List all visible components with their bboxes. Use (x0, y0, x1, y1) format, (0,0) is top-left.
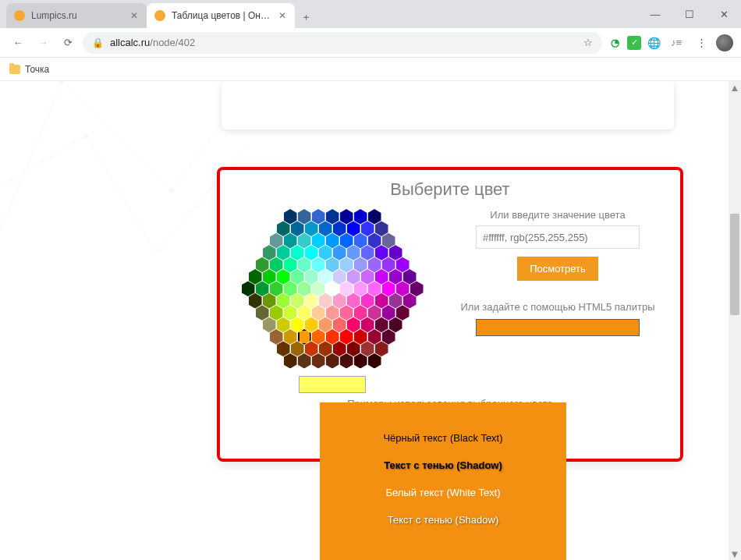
toolbar-right: ◔ ✓ 🌐 ♪≡ ⋮ (607, 33, 733, 53)
text-sample-block: Чёрный текст (Black Text) Текст с тенью … (320, 402, 566, 560)
sample-white-shadow-text: Текст с тенью (Shadow) (320, 506, 566, 533)
star-icon[interactable]: ☆ (583, 37, 593, 48)
scroll-down-arrow-icon[interactable]: ▼ (729, 548, 741, 560)
scrollbar-thumb[interactable] (730, 214, 739, 315)
page-viewport: Выберите цвет Или введите значение цвета… (0, 81, 741, 560)
hex-color-cell[interactable] (368, 353, 381, 369)
page-content: Выберите цвет Или введите значение цвета… (0, 81, 729, 560)
hex-color-cell[interactable] (340, 353, 353, 369)
hex-color-cell[interactable] (354, 353, 367, 369)
browser-toolbar: ← → ⟳ 🔒 allcalc.ru/node/402 ☆ ◔ ✓ 🌐 ♪≡ ⋮ (0, 28, 741, 58)
favicon-icon (14, 10, 25, 21)
hexagon-color-picker[interactable] (239, 209, 426, 365)
sample-white-text: Белый текст (White Text) (320, 479, 566, 506)
html5-label: Или задайте с помощью HTML5 палитры (446, 301, 669, 313)
back-button[interactable]: ← (8, 33, 28, 53)
hex-color-cell[interactable] (312, 353, 325, 369)
close-icon[interactable]: ✕ (129, 11, 139, 20)
tab-strip: Lumpics.ru ✕ Таблица цветов | Онлайн кал… (0, 0, 741, 28)
address-bar[interactable]: 🔒 allcalc.ru/node/402 ☆ (83, 32, 602, 54)
html5-color-input[interactable] (476, 319, 640, 336)
maximize-button[interactable]: ☐ (672, 0, 707, 28)
menu-icon[interactable]: ⋮ (691, 33, 711, 53)
avatar[interactable] (716, 34, 733, 51)
favicon-icon (154, 10, 165, 21)
url-path: /node/402 (150, 37, 195, 48)
reload-button[interactable]: ⟳ (58, 33, 78, 53)
tab-title: Lumpics.ru (31, 10, 123, 21)
scroll-up-arrow-icon[interactable]: ▲ (729, 81, 741, 94)
close-icon[interactable]: ✕ (278, 11, 287, 20)
music-icon[interactable]: ♪≡ (666, 33, 686, 53)
sample-black-text: Чёрный текст (Black Text) (320, 424, 566, 452)
color-value-input[interactable] (476, 225, 640, 249)
browser-tab[interactable]: Lumpics.ru ✕ (6, 3, 147, 28)
bookmarks-bar: Точка (0, 58, 741, 81)
vertical-scrollbar[interactable]: ▲ ▼ (729, 81, 741, 560)
extension-ablock-icon[interactable]: ◔ (607, 35, 622, 51)
browser-tab-active[interactable]: Таблица цветов | Онлайн кальк ✕ (147, 3, 295, 28)
hex-color-cell[interactable] (326, 353, 339, 369)
extension-globe-icon[interactable]: 🌐 (646, 35, 661, 51)
panel-title: Выберите цвет (231, 179, 669, 200)
hex-color-cell[interactable] (298, 353, 311, 369)
minimize-button[interactable]: ― (638, 0, 672, 28)
lock-icon: 🔒 (92, 37, 104, 48)
previous-card-edge (222, 81, 674, 129)
view-button[interactable]: Посмотреть (517, 257, 598, 281)
forward-button[interactable]: → (33, 33, 53, 53)
bookmark-label: Точка (25, 64, 49, 75)
input-label: Или введите значение цвета (446, 209, 669, 221)
sample-black-shadow-text: Текст с тенью (Shadow) (320, 452, 566, 479)
window-controls: ― ☐ ✕ (638, 0, 741, 28)
close-window-button[interactable]: ✕ (707, 0, 741, 28)
hex-color-cell[interactable] (284, 353, 297, 369)
bookmark-item[interactable]: Точка (9, 64, 49, 75)
url-domain: allcalc.ru (110, 37, 150, 48)
browser-chrome: Lumpics.ru ✕ Таблица цветов | Онлайн кал… (0, 0, 741, 81)
extension-check-icon[interactable]: ✓ (627, 36, 641, 50)
new-tab-button[interactable]: ＋ (295, 6, 317, 28)
tab-title: Таблица цветов | Онлайн кальк (172, 10, 271, 21)
selected-color-swatch (299, 376, 366, 393)
folder-icon (9, 65, 20, 74)
